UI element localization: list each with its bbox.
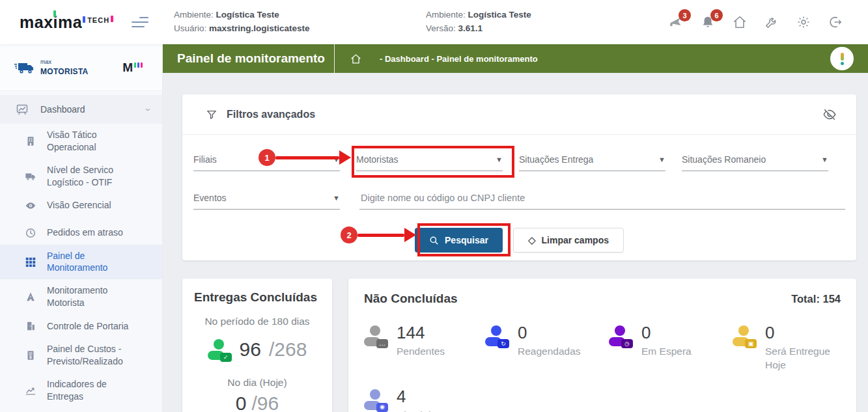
annotation-step-1-arrow xyxy=(275,156,339,159)
menu-item-label: Painel de Monitoramento xyxy=(47,250,145,275)
stat-label: Será Entregue Hoje xyxy=(765,345,841,372)
sidebar-item-monitoramento-motorista[interactable]: Monitoramento Motorista xyxy=(0,279,162,314)
day-label: No dia (Hoje) xyxy=(194,377,320,389)
stat-value: 0 xyxy=(518,324,581,341)
person-calendar-icon: ▣ xyxy=(733,325,757,348)
annotation-step-1-arrowhead xyxy=(339,150,351,165)
annotation-step-2-arrowhead xyxy=(404,228,416,242)
select-situacoes-entrega[interactable]: Situações Entrega▼ xyxy=(519,154,665,171)
stat-value: 4 xyxy=(397,388,436,405)
stat-pendentes: … 144 Pendentes xyxy=(364,324,485,372)
annotation-step-2-circle: 2 xyxy=(341,227,357,243)
sidebar-item-pedidos-atraso[interactable]: Pedidos em atraso xyxy=(0,221,162,245)
home-icon[interactable] xyxy=(732,14,748,30)
logo-text: maxima xyxy=(20,13,82,32)
logo-accent-green xyxy=(53,10,56,17)
sidebar-item-painel-custos-previsto[interactable]: $ Painel de Custos - Previsto/Realizado xyxy=(0,338,162,373)
period-values: ✓ 96 /268 xyxy=(194,338,320,361)
maximatech-logo: maxima TECH xyxy=(20,13,114,32)
stat-label: Check-in xyxy=(397,409,436,412)
sidebar-item-dashboard[interactable]: Dashboard › xyxy=(0,95,162,124)
dropdown-arrow-icon: ▼ xyxy=(821,156,828,163)
announcements-megaphone-icon[interactable]: 3 xyxy=(668,14,684,30)
advanced-filters-card: Filtros avançados Filiais▼ Motoristas▼ S… xyxy=(182,94,856,260)
breadcrumb: - Dashboard - Painel de monitoramento xyxy=(335,53,538,64)
stat-label: Reagendadas xyxy=(518,345,581,359)
select-situacoes-romaneio[interactable]: Situações Romaneio▼ xyxy=(682,154,828,171)
hide-filters-eye-slash-icon[interactable] xyxy=(822,107,837,122)
clock-icon xyxy=(25,227,36,239)
period-value: 96 xyxy=(240,338,261,361)
person-pin-icon: ◉ xyxy=(364,389,388,411)
select-eventos-label: Eventos xyxy=(193,193,227,203)
breadcrumb-text: - Dashboard - Painel de monitoramento xyxy=(380,54,538,64)
mini-logo-letter: M xyxy=(122,61,133,74)
total-value: 154 xyxy=(822,293,841,305)
product-small-label: max xyxy=(40,59,89,65)
sidebar-item-visao-gerencial[interactable]: Visão Gerencial xyxy=(0,194,162,217)
dropdown-arrow-icon: ▼ xyxy=(333,194,340,202)
svg-text:$: $ xyxy=(29,355,32,360)
day-values: 0 /96 xyxy=(194,392,320,412)
period-label: No período de 180 dias xyxy=(194,316,320,327)
total-label: Total: xyxy=(791,293,820,305)
page-title-bar: Painel de monitoramento - Dashboard - Pa… xyxy=(163,44,868,73)
dropdown-arrow-icon: ▼ xyxy=(658,156,665,163)
sidebar-item-painel-custos-frete[interactable]: Painel de Custos - Tabela Frete xyxy=(0,408,162,412)
maxmotorista-logo: max MOTORISTA xyxy=(14,59,89,76)
annotation-step-2-highlight-box xyxy=(417,223,511,256)
entregas-concluidas-card: Entregas Concluídas No período de 180 di… xyxy=(182,279,332,412)
gear-icon[interactable] xyxy=(796,14,811,30)
sidebar-menu: Dashboard › Visão Tático Operacional Nív… xyxy=(0,91,162,412)
menu-item-label: Visão Tático Operacional xyxy=(47,129,145,154)
sidebar-item-painel-monitoramento[interactable]: Painel de Monitoramento xyxy=(0,245,162,280)
select-eventos[interactable]: Eventos▼ xyxy=(193,193,340,210)
nao-concluidas-title: Não Concluídas xyxy=(364,292,458,306)
annotation-step-1-highlight-box xyxy=(352,146,514,178)
environment-info-right: Ambiente: Logística Teste Versão: 3.61.1 xyxy=(426,8,667,36)
person-wait-icon: ◷ xyxy=(609,325,633,348)
period-total: /268 xyxy=(269,338,307,361)
entregas-card-title: Entregas Concluídas xyxy=(194,290,320,305)
page-title: Painel de monitoramento xyxy=(163,44,335,73)
stat-reagendadas: ↻ 0 Reagendadas xyxy=(485,324,609,372)
app-root: maxima TECH Ambiente: Logística Teste Us… xyxy=(0,0,868,412)
ambiente2-label: Ambiente: xyxy=(426,10,466,20)
usuario-label: Usuário: xyxy=(174,23,206,33)
content-area: Filtros avançados Filiais▼ Motoristas▼ S… xyxy=(163,73,868,412)
receipt-dollar-icon: $ xyxy=(25,350,36,361)
sidebar-toggle-icon[interactable] xyxy=(132,14,148,31)
client-search-input[interactable] xyxy=(359,193,845,210)
stat-label: Pendentes xyxy=(397,345,445,359)
logo-accent-pink xyxy=(111,16,113,22)
filters-actions: Pesquisar ◇ Limpar campos xyxy=(182,228,856,253)
grid-icon xyxy=(25,256,36,268)
dashboard-icon xyxy=(16,103,29,116)
menu-item-label: Nível de Servico Logístico - OTIF xyxy=(47,164,145,189)
limpar-campos-button[interactable]: ◇ Limpar campos xyxy=(513,228,624,253)
notifications-bell-icon[interactable]: 6 xyxy=(700,14,716,30)
stat-cards-row: Entregas Concluídas No período de 180 di… xyxy=(182,279,856,412)
menu-item-label: Pedidos em atraso xyxy=(47,227,123,239)
megaphone-badge: 3 xyxy=(679,9,691,21)
logout-icon[interactable] xyxy=(828,14,843,30)
eraser-icon: ◇ xyxy=(528,234,536,246)
sidebar-item-nivel-servico[interactable]: Nível de Servico Logístico - OTIF xyxy=(0,159,162,194)
stat-value: 144 xyxy=(397,324,445,341)
wrench-icon[interactable] xyxy=(764,14,779,30)
limpar-campos-label: Limpar campos xyxy=(542,235,609,245)
breadcrumb-home-icon xyxy=(350,53,361,64)
sidebar-item-indicadores-entregas[interactable]: Indicadores de Entregas xyxy=(0,373,162,408)
alert-exclamation-button[interactable] xyxy=(830,47,854,70)
line-chart-icon xyxy=(25,385,36,396)
day-value: 0 xyxy=(236,392,247,412)
sidebar-item-visao-tatico[interactable]: Visão Tático Operacional xyxy=(0,124,162,159)
versao-label: Versão: xyxy=(426,23,456,33)
ambiente-value: Logística Teste xyxy=(216,10,279,20)
truck-small-icon xyxy=(25,171,36,182)
sidebar-item-controle-portaria[interactable]: Controle de Portaria xyxy=(0,314,162,338)
chevron-down-icon: › xyxy=(143,108,154,111)
eye-icon xyxy=(25,200,36,212)
select-situacoes-entrega-label: Situações Entrega xyxy=(519,154,593,165)
logo-suffix: TECH xyxy=(87,16,109,24)
